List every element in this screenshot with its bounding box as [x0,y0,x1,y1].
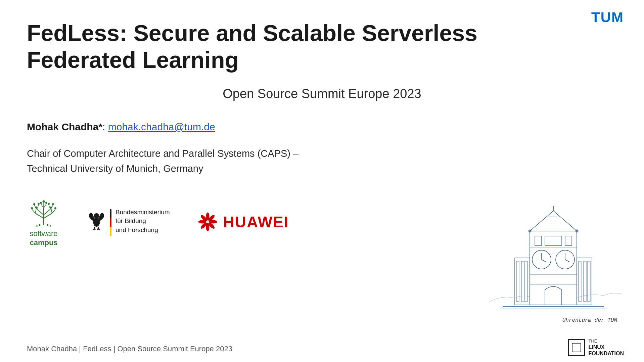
svg-point-21 [38,203,40,205]
svg-rect-59 [579,261,581,302]
linux-foundation-logo: THE LINUX FOUNDATION [568,338,624,357]
software-campus-text: software campus [30,229,57,247]
author-bold-name: Mohak Chadha* [27,121,102,132]
svg-point-24 [31,207,33,209]
svg-point-26 [50,207,52,209]
main-title: FedLess: Secure and Scalable Serverless … [27,19,531,73]
svg-point-28 [39,224,41,226]
svg-line-50 [565,260,569,262]
software-campus-tree-icon [27,196,60,227]
huawei-flower-icon [197,211,219,233]
author-email-link[interactable]: mohak.chadha@tum.de [108,121,215,132]
svg-line-15 [44,204,46,208]
bmbf-stripe-icon [110,209,111,236]
conference-subtitle: Open Source Summit Europe 2023 [27,87,617,101]
svg-rect-56 [521,261,524,302]
svg-line-4 [44,209,50,215]
svg-point-69 [528,230,531,232]
bmbf-eagle-icon [87,209,106,231]
svg-point-17 [43,200,45,203]
svg-line-8 [52,209,55,213]
svg-point-23 [52,203,54,205]
svg-point-30 [36,225,38,227]
svg-line-9 [51,209,52,213]
svg-point-27 [54,207,56,209]
svg-point-18 [40,202,42,204]
linux-foundation-inner-box-icon [572,343,581,352]
huawei-brand-text: HUAWEI [223,213,289,231]
svg-point-19 [45,202,47,204]
svg-point-25 [35,207,37,209]
bmbf-text: Bundesministerium für Bildung und Forsch… [116,208,170,235]
svg-rect-52 [565,236,572,245]
svg-rect-58 [577,258,592,305]
svg-line-14 [41,204,44,208]
svg-rect-61 [588,261,590,302]
svg-point-31 [50,225,51,227]
svg-point-29 [47,224,49,226]
author-name: Mohak Chadha*: mohak.chadha@tum.de [27,121,617,133]
svg-point-70 [576,230,578,232]
slide-container: TUM FedLess: Secure and Scalable Serverl… [0,0,644,362]
tum-logo: TUM [591,9,624,26]
footer-text: Mohak Chadha | FedLess | Open Source Sum… [27,345,232,353]
affiliation-line1: Chair of Computer Architecture and Paral… [27,146,617,161]
svg-point-22 [48,203,50,205]
sketch-caption: Uhrenturm der TUM [562,317,617,323]
svg-line-6 [32,209,35,213]
svg-line-11 [37,205,39,209]
svg-rect-57 [525,261,527,302]
svg-line-7 [35,209,36,213]
affiliation-line2: Technical University of Munich, Germany [27,161,617,176]
bmbf-logo: Bundesministerium für Bildung und Forsch… [87,208,170,236]
svg-rect-51 [535,236,542,245]
linux-foundation-box-icon [568,339,585,356]
svg-point-20 [33,203,35,205]
huawei-logo: HUAWEI [197,211,289,233]
svg-point-32 [93,217,100,227]
svg-line-3 [37,209,44,215]
svg-rect-55 [516,261,519,302]
linux-foundation-text: THE LINUX FOUNDATION [589,338,624,357]
svg-marker-44 [530,211,577,231]
software-campus-logo: software campus [27,196,60,247]
author-section: Mohak Chadha*: mohak.chadha@tum.de Chair… [27,121,617,176]
tum-building-sketch [483,204,624,332]
svg-rect-53 [545,236,562,245]
svg-line-13 [49,205,50,209]
svg-line-48 [542,260,546,262]
